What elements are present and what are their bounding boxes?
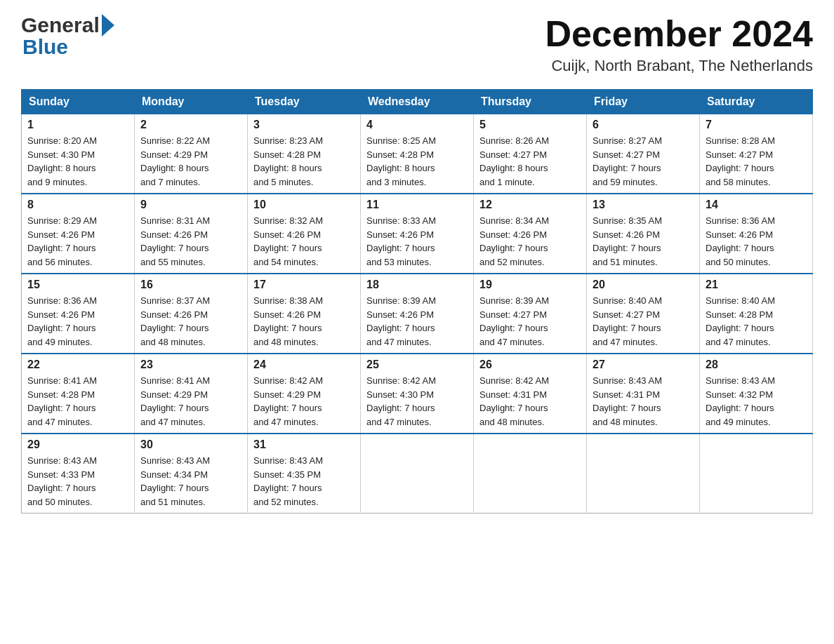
calendar-week-row: 15Sunrise: 8:36 AMSunset: 4:26 PMDayligh… (22, 274, 813, 354)
day-number: 26 (479, 358, 581, 371)
day-number: 16 (140, 279, 241, 291)
day-number: 14 (706, 199, 807, 211)
calendar-cell: 10Sunrise: 8:32 AMSunset: 4:26 PMDayligh… (248, 194, 361, 274)
calendar-cell: 29Sunrise: 8:43 AMSunset: 4:33 PMDayligh… (22, 434, 135, 514)
calendar-week-row: 22Sunrise: 8:41 AMSunset: 4:28 PMDayligh… (22, 354, 813, 434)
calendar-cell: 21Sunrise: 8:40 AMSunset: 4:28 PMDayligh… (700, 274, 813, 354)
day-number: 9 (140, 199, 241, 211)
calendar-table: SundayMondayTuesdayWednesdayThursdayFrid… (21, 89, 813, 514)
day-number: 8 (27, 199, 128, 211)
day-number: 7 (706, 119, 807, 131)
weekday-header-tuesday: Tuesday (248, 90, 361, 114)
day-number: 10 (253, 199, 355, 211)
day-number: 29 (27, 438, 128, 451)
page-header: General Blue December 2024 Cuijk, North … (21, 14, 813, 75)
calendar-cell: 6Sunrise: 8:27 AMSunset: 4:27 PMDaylight… (587, 114, 700, 194)
day-number: 20 (593, 279, 694, 291)
calendar-cell: 1Sunrise: 8:20 AMSunset: 4:30 PMDaylight… (22, 114, 135, 194)
weekday-header-row: SundayMondayTuesdayWednesdayThursdayFrid… (22, 90, 813, 114)
weekday-header-wednesday: Wednesday (361, 90, 474, 114)
calendar-cell: 23Sunrise: 8:41 AMSunset: 4:29 PMDayligh… (135, 354, 248, 434)
calendar-cell (474, 434, 587, 514)
calendar-cell: 18Sunrise: 8:39 AMSunset: 4:26 PMDayligh… (361, 274, 474, 354)
calendar-cell: 11Sunrise: 8:33 AMSunset: 4:26 PMDayligh… (361, 194, 474, 274)
calendar-cell: 8Sunrise: 8:29 AMSunset: 4:26 PMDaylight… (22, 194, 135, 274)
calendar-cell: 25Sunrise: 8:42 AMSunset: 4:30 PMDayligh… (361, 354, 474, 434)
day-number: 24 (253, 358, 355, 371)
day-number: 6 (593, 119, 694, 131)
calendar-cell: 4Sunrise: 8:25 AMSunset: 4:28 PMDaylight… (361, 114, 474, 194)
logo-blue-text: Blue (22, 35, 68, 58)
day-number: 23 (140, 358, 241, 371)
day-number: 22 (27, 358, 128, 371)
calendar-cell: 22Sunrise: 8:41 AMSunset: 4:28 PMDayligh… (22, 354, 135, 434)
calendar-cell: 15Sunrise: 8:36 AMSunset: 4:26 PMDayligh… (22, 274, 135, 354)
day-number: 17 (253, 279, 355, 291)
calendar-cell: 24Sunrise: 8:42 AMSunset: 4:29 PMDayligh… (248, 354, 361, 434)
calendar-cell: 16Sunrise: 8:37 AMSunset: 4:26 PMDayligh… (135, 274, 248, 354)
day-number: 2 (140, 119, 241, 131)
calendar-cell: 30Sunrise: 8:43 AMSunset: 4:34 PMDayligh… (135, 434, 248, 514)
calendar-cell: 19Sunrise: 8:39 AMSunset: 4:27 PMDayligh… (474, 274, 587, 354)
calendar-cell (700, 434, 813, 514)
title-area: December 2024 Cuijk, North Brabant, The … (545, 14, 813, 75)
calendar-cell: 17Sunrise: 8:38 AMSunset: 4:26 PMDayligh… (248, 274, 361, 354)
calendar-cell: 20Sunrise: 8:40 AMSunset: 4:27 PMDayligh… (587, 274, 700, 354)
calendar-week-row: 8Sunrise: 8:29 AMSunset: 4:26 PMDaylight… (22, 194, 813, 274)
logo: General Blue (21, 14, 114, 58)
location-subtitle: Cuijk, North Brabant, The Netherlands (545, 57, 813, 75)
day-number: 12 (479, 199, 581, 211)
calendar-week-row: 1Sunrise: 8:20 AMSunset: 4:30 PMDaylight… (22, 114, 813, 194)
month-title: December 2024 (545, 14, 813, 54)
weekday-header-sunday: Sunday (22, 90, 135, 114)
day-number: 5 (479, 119, 581, 131)
calendar-cell: 9Sunrise: 8:31 AMSunset: 4:26 PMDaylight… (135, 194, 248, 274)
day-number: 15 (27, 279, 128, 291)
calendar-cell: 14Sunrise: 8:36 AMSunset: 4:26 PMDayligh… (700, 194, 813, 274)
calendar-cell: 31Sunrise: 8:43 AMSunset: 4:35 PMDayligh… (248, 434, 361, 514)
day-number: 21 (706, 279, 807, 291)
calendar-cell (361, 434, 474, 514)
weekday-header-saturday: Saturday (700, 90, 813, 114)
calendar-week-row: 29Sunrise: 8:43 AMSunset: 4:33 PMDayligh… (22, 434, 813, 514)
weekday-header-thursday: Thursday (474, 90, 587, 114)
day-number: 3 (253, 119, 355, 131)
calendar-cell: 13Sunrise: 8:35 AMSunset: 4:26 PMDayligh… (587, 194, 700, 274)
calendar-cell: 26Sunrise: 8:42 AMSunset: 4:31 PMDayligh… (474, 354, 587, 434)
calendar-cell: 28Sunrise: 8:43 AMSunset: 4:32 PMDayligh… (700, 354, 813, 434)
weekday-header-friday: Friday (587, 90, 700, 114)
day-number: 28 (706, 358, 807, 371)
day-number: 1 (27, 119, 128, 131)
day-number: 25 (366, 358, 468, 371)
weekday-header-monday: Monday (135, 90, 248, 114)
calendar-cell: 2Sunrise: 8:22 AMSunset: 4:29 PMDaylight… (135, 114, 248, 194)
day-number: 4 (366, 119, 468, 131)
calendar-cell: 3Sunrise: 8:23 AMSunset: 4:28 PMDaylight… (248, 114, 361, 194)
day-number: 11 (366, 199, 468, 211)
logo-general-text: General (21, 15, 100, 36)
calendar-cell: 5Sunrise: 8:26 AMSunset: 4:27 PMDaylight… (474, 114, 587, 194)
calendar-cell (587, 434, 700, 514)
day-number: 27 (593, 358, 694, 371)
calendar-cell: 27Sunrise: 8:43 AMSunset: 4:31 PMDayligh… (587, 354, 700, 434)
day-number: 18 (366, 279, 468, 291)
day-number: 31 (253, 438, 355, 451)
day-number: 13 (593, 199, 694, 211)
day-number: 30 (140, 438, 241, 451)
calendar-cell: 7Sunrise: 8:28 AMSunset: 4:27 PMDaylight… (700, 114, 813, 194)
logo-arrow-icon (102, 14, 114, 36)
day-number: 19 (479, 279, 581, 291)
calendar-cell: 12Sunrise: 8:34 AMSunset: 4:26 PMDayligh… (474, 194, 587, 274)
